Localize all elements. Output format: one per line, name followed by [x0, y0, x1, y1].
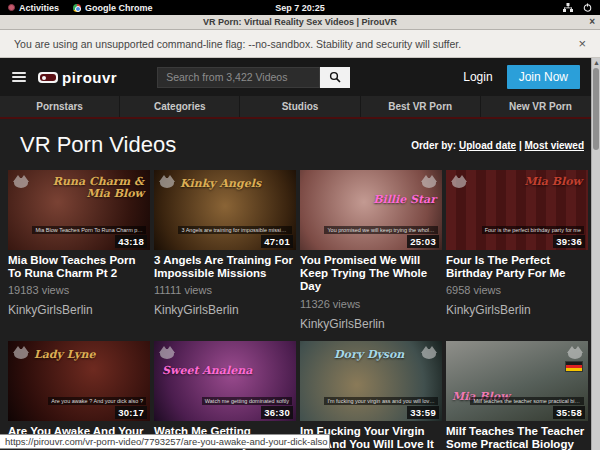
nav-item-categories[interactable]: Categories	[120, 96, 240, 117]
order-by-label: Order by:	[411, 140, 456, 151]
video-thumbnail[interactable]: Sweet Analena Watch me getting dominated…	[154, 341, 296, 421]
nav-item-studios[interactable]: Studios	[240, 96, 360, 117]
vr-goggles-icon	[38, 72, 58, 83]
studio-cat-logo-icon	[567, 346, 583, 359]
studio-cat-logo-icon	[451, 175, 467, 188]
thumbnail-overlay-text: Lady Lyne	[34, 349, 96, 361]
thumbnail-overlay-text: Dory Dyson	[334, 349, 404, 361]
thumbnail-caption: Mia Blow Teaches Porn To Runa Charm pt. …	[32, 226, 146, 234]
system-top-bar: Activities Google Chrome Sep 7 20:25	[0, 0, 600, 15]
power-status-icon[interactable]	[583, 3, 592, 12]
site-logo-text: pirouvr	[62, 69, 117, 86]
site-logo[interactable]: pirouvr	[38, 69, 117, 86]
video-title[interactable]: Four Is The Perfect Birthday Party For M…	[446, 254, 588, 280]
video-thumbnail[interactable]: Mia Blow Milf teaches the teacher some p…	[446, 341, 588, 421]
infobar-close-icon[interactable]: ×	[578, 36, 586, 51]
studio-link[interactable]: KinkyGirlsBerlin	[8, 303, 150, 317]
app-menu-google-chrome[interactable]: Google Chrome	[73, 3, 153, 13]
video-title[interactable]: Milf Teaches The Teacher Some Practical …	[446, 425, 588, 450]
duration-badge: 36:30	[261, 406, 293, 419]
search-icon	[329, 71, 341, 83]
page-title: VR Porn Videos	[20, 132, 176, 158]
site-header: pirouvr Login Join Now	[0, 58, 600, 96]
video-thumbnail[interactable]: Mia Blow Four is the perfect birthday pa…	[446, 170, 588, 250]
thumbnail-caption: Four is the perfect birthday party for m…	[482, 226, 584, 234]
video-card[interactable]: Billie Star You promised we will keep tr…	[300, 170, 442, 331]
thumbnail-caption: Milf teaches the teacher some practical …	[470, 397, 584, 405]
window-close-icon[interactable]: ×	[589, 16, 595, 27]
video-title[interactable]: You Promised We Will Keep Trying The Who…	[300, 254, 442, 294]
infobar-message: You are using an unsupported command-lin…	[14, 38, 461, 50]
video-grid: Runa Charm & Mia Blow Mia Blow Teaches P…	[0, 168, 600, 450]
video-views: 19183 views	[8, 284, 150, 296]
studio-link[interactable]: KinkyGirlsBerlin	[154, 303, 296, 317]
order-upload-date-link[interactable]: Upload date	[459, 140, 516, 151]
duration-badge: 43:18	[115, 235, 147, 248]
app-menu-label: Google Chrome	[85, 3, 153, 13]
studio-link[interactable]: KinkyGirlsBerlin	[446, 303, 588, 317]
activities-button[interactable]: Activities	[8, 3, 59, 13]
login-link[interactable]: Login	[463, 70, 492, 84]
page-viewport: pirouvr Login Join Now Pornstars Categor…	[0, 58, 600, 450]
video-card[interactable]: Mia Blow Milf teaches the teacher some p…	[446, 341, 588, 450]
video-thumbnail[interactable]: Runa Charm & Mia Blow Mia Blow Teaches P…	[8, 170, 150, 250]
order-by-controls: Order by: Upload date | Most viewed	[411, 140, 584, 151]
window-title-bar: VR Porn: Virtual Reality Sex Videos | Pi…	[0, 15, 600, 30]
thumbnail-caption: Are you awake ? And your dick also ?	[48, 397, 146, 405]
studio-cat-logo-icon	[13, 346, 29, 359]
chrome-infobar: You are using an unsupported command-lin…	[0, 30, 600, 58]
duration-badge: 47:01	[261, 235, 293, 248]
status-url-text: https://pirouvr.com/vr-porn-video/779325…	[5, 436, 328, 447]
video-title[interactable]: 3 Angels Are Training For Impossible Mis…	[154, 254, 296, 280]
video-views: 11111 views	[154, 284, 296, 296]
scroll-up-arrow-icon[interactable]: ▲	[593, 59, 600, 67]
video-card[interactable]: Mia Blow Four is the perfect birthday pa…	[446, 170, 588, 331]
thumbnail-caption: Watch me getting dominated softly	[202, 397, 292, 405]
duration-badge: 25:03	[407, 235, 439, 248]
studio-cat-logo-icon	[421, 346, 437, 359]
duration-badge: 30:17	[115, 406, 147, 419]
thumbnail-caption: You promised we will keep trying the who…	[324, 226, 438, 234]
video-views: 6958 views	[446, 284, 588, 296]
join-now-button[interactable]: Join Now	[507, 65, 580, 89]
chrome-icon	[73, 4, 81, 12]
thumbnail-overlay-text: Runa Charm & Mia Blow	[45, 176, 144, 199]
network-tray-icon[interactable]	[563, 3, 573, 12]
window-title: VR Porn: Virtual Reality Sex Videos | Pi…	[203, 17, 397, 27]
thumbnail-caption: 3 Angels are training for impossible mis…	[178, 226, 292, 234]
status-url-bar: https://pirouvr.com/vr-porn-video/779325…	[0, 434, 330, 449]
video-thumbnail[interactable]: Dory Dyson I'm fucking your virgin ass a…	[300, 341, 442, 421]
video-card[interactable]: Kinky Angels 3 Angels are training for i…	[154, 170, 296, 331]
nav-item-new-vr-porn[interactable]: New VR Porn	[481, 96, 600, 117]
screen-record-indicator-icon	[8, 4, 15, 11]
thumbnail-overlay-text: Billie Star	[373, 194, 436, 206]
hamburger-menu-icon[interactable]	[12, 72, 26, 82]
scrollbar-thumb[interactable]	[593, 68, 599, 150]
thumbnail-overlay-text: Kinky Angels	[180, 178, 261, 190]
page-scrollbar[interactable]: ▲	[591, 58, 600, 450]
activities-label: Activities	[19, 3, 59, 13]
video-thumbnail[interactable]: Billie Star You promised we will keep tr…	[300, 170, 442, 250]
studio-cat-logo-icon	[159, 175, 175, 188]
nav-item-pornstars[interactable]: Pornstars	[0, 96, 120, 117]
studio-link[interactable]: KinkyGirlsBerlin	[300, 317, 442, 331]
video-thumbnail[interactable]: Kinky Angels 3 Angels are training for i…	[154, 170, 296, 250]
search-button[interactable]	[320, 67, 350, 88]
duration-badge: 35:58	[553, 406, 585, 419]
thumbnail-caption: I'm fucking your virgin ass and you will…	[324, 397, 438, 405]
video-card[interactable]: Runa Charm & Mia Blow Mia Blow Teaches P…	[8, 170, 150, 331]
clock[interactable]: Sep 7 20:25	[275, 3, 325, 13]
video-views: 11326 views	[300, 298, 442, 310]
studio-cat-logo-icon	[13, 175, 29, 188]
duration-badge: 33:59	[407, 406, 439, 419]
german-flag-icon	[565, 361, 583, 372]
order-most-viewed-link[interactable]: Most viewed	[525, 140, 584, 151]
nav-item-best-vr-porn[interactable]: Best VR Porn	[361, 96, 481, 117]
studio-cat-logo-icon	[421, 175, 437, 188]
main-nav: Pornstars Categories Studios Best VR Por…	[0, 96, 600, 119]
video-thumbnail[interactable]: Lady Lyne Are you awake ? And your dick …	[8, 341, 150, 421]
video-title[interactable]: Mia Blow Teaches Porn To Runa Charm Pt 2	[8, 254, 150, 280]
order-separator: |	[519, 140, 522, 151]
thumbnail-overlay-text: Mia Blow	[524, 176, 582, 188]
search-input[interactable]	[157, 67, 320, 88]
